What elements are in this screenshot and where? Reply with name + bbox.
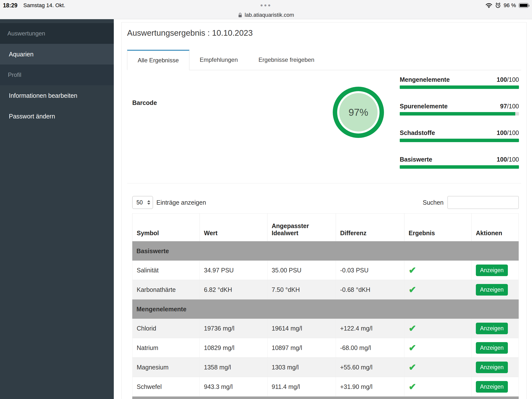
anzeigen-button[interactable]: Anzeigen bbox=[476, 284, 508, 296]
entries-label: Einträge anzeigen bbox=[156, 199, 206, 206]
sidebar-item-profil[interactable]: Profil bbox=[0, 65, 114, 85]
metric-max: /100 bbox=[507, 76, 519, 83]
metric-value: 100/100 bbox=[497, 129, 519, 136]
cell-aktionen: Anzeigen bbox=[471, 338, 519, 357]
col-header-wert: Wert bbox=[200, 214, 267, 241]
search-input[interactable] bbox=[448, 196, 519, 209]
score-disc: 97% bbox=[339, 93, 378, 132]
cell-wert: 34.97 PSU bbox=[200, 261, 267, 280]
cell-symbol: Karbonathärte bbox=[132, 280, 200, 299]
progress-bar bbox=[400, 139, 519, 142]
table-controls: 50 Einträge anzeigen Suchen bbox=[132, 196, 519, 209]
result-card: Auswertungsergebnis : 10.10.2023 Alle Er… bbox=[121, 22, 527, 399]
table-row-natrium: Natrium10829 mg/l10897 mg/l-68.00 mg/l✔A… bbox=[132, 338, 519, 358]
cell-angepasster-idealwert: 10897 mg/l bbox=[267, 338, 336, 357]
table-section-item bbox=[132, 397, 519, 399]
sidebar-item-auswertungen[interactable]: Auswertungen bbox=[0, 23, 114, 44]
metric-schadstoffe: Schadstoffe100/100 bbox=[400, 129, 519, 142]
cell-wert: 1358 mg/l bbox=[200, 358, 267, 377]
anzeigen-button[interactable]: Anzeigen bbox=[476, 381, 508, 393]
cell-symbol: Magnesium bbox=[132, 358, 200, 377]
metrics-list: Mengenelemente100/100Spurenelemente97/10… bbox=[400, 76, 519, 183]
metric-mengenelemente: Mengenelemente100/100 bbox=[400, 76, 519, 89]
cell-wert: 19736 mg/l bbox=[200, 319, 267, 338]
anzeigen-button[interactable]: Anzeigen bbox=[476, 362, 508, 373]
metric-value: 97/100 bbox=[500, 103, 519, 110]
metric-value-number: 100 bbox=[497, 129, 507, 136]
alarm-clock-icon bbox=[495, 2, 501, 8]
cell-angepasster-idealwert: 7.50 °dKH bbox=[267, 280, 336, 299]
table-row-karbonathärte: Karbonathärte6.82 °dKH7.50 °dKH-0.68 °dK… bbox=[132, 280, 519, 299]
score-percent: 97% bbox=[349, 107, 368, 118]
metric-value: 100/100 bbox=[497, 156, 519, 163]
progress-bar bbox=[400, 165, 519, 169]
anzeigen-button[interactable]: Anzeigen bbox=[476, 323, 508, 334]
progress-fill bbox=[400, 112, 515, 116]
sidebar-item-informationen-bearbeiten[interactable]: Informationen bearbeiten bbox=[0, 85, 114, 106]
tab-empfehlungen[interactable]: Empfehlungen bbox=[189, 50, 248, 70]
col-header-symbol: Symbol bbox=[132, 214, 200, 241]
cell-ergebnis: ✔ bbox=[404, 358, 471, 377]
cell-angepasster-idealwert: 911.4 mg/l bbox=[267, 377, 336, 396]
col-header-differenz: Differenz bbox=[336, 214, 404, 241]
sidebar-item-aquarien[interactable]: Aquarien bbox=[0, 44, 114, 65]
metric-label: Mengenelemente bbox=[400, 76, 450, 83]
url-text: lab.atiaquaristik.com bbox=[245, 12, 294, 18]
table-row-chlorid: Chlorid19736 mg/l19614 mg/l+122.4 mg/l✔A… bbox=[132, 319, 519, 338]
cell-angepasster-idealwert: 19614 mg/l bbox=[267, 319, 336, 338]
results-table: SymbolWertAngepasster IdealwertDifferenz… bbox=[132, 213, 519, 399]
check-icon: ✔ bbox=[409, 324, 416, 333]
score-ring-gap: 97% bbox=[337, 91, 380, 133]
cell-symbol: Natrium bbox=[132, 338, 200, 357]
score-ring: 97% bbox=[333, 87, 384, 138]
url-bar[interactable]: lab.atiaquaristik.com bbox=[0, 11, 532, 19]
tab-bar: Alle ErgebnisseEmpfehlungenErgebnisse fr… bbox=[127, 50, 521, 70]
check-icon: ✔ bbox=[409, 343, 416, 352]
progress-fill bbox=[400, 139, 519, 142]
sidebar-item-passwort-ändern[interactable]: Passwort ändern bbox=[0, 106, 114, 127]
metric-max: /100 bbox=[507, 103, 519, 110]
cell-aktionen: Anzeigen bbox=[471, 377, 519, 396]
battery-icon bbox=[519, 3, 529, 8]
metric-value: 100/100 bbox=[497, 76, 519, 83]
cell-aktionen: Anzeigen bbox=[471, 261, 519, 280]
cell-differenz: +55.60 mg/l bbox=[336, 358, 404, 377]
metric-value-number: 100 bbox=[497, 156, 507, 163]
table-body: BasiswerteSalinität34.97 PSU35.00 PSU-0.… bbox=[132, 241, 519, 399]
cell-symbol: Salinität bbox=[132, 261, 200, 280]
tab-ergebnisse-freigeben[interactable]: Ergebnisse freigeben bbox=[248, 50, 325, 70]
table-section-mengenelemente: Mengenelemente bbox=[132, 299, 519, 319]
anzeigen-button[interactable]: Anzeigen bbox=[476, 342, 508, 354]
metric-max: /100 bbox=[507, 156, 519, 163]
table-row-schwefel: Schwefel943.3 mg/l911.4 mg/l+31.90 mg/l✔… bbox=[132, 377, 519, 397]
col-header-angepasster-idealwert: Angepasster Idealwert bbox=[267, 214, 336, 241]
cell-ergebnis: ✔ bbox=[404, 280, 471, 299]
anzeigen-button[interactable]: Anzeigen bbox=[476, 265, 508, 276]
metric-max: /100 bbox=[507, 129, 519, 136]
progress-bar bbox=[400, 85, 519, 89]
col-header-aktionen: Aktionen bbox=[471, 214, 519, 241]
cell-ergebnis: ✔ bbox=[404, 338, 471, 357]
progress-fill bbox=[400, 85, 519, 89]
status-bar: 18:29 Samstag 14. Okt. ••• 96 % bbox=[0, 0, 532, 11]
table-row-magnesium: Magnesium1358 mg/l1303 mg/l+55.60 mg/l✔A… bbox=[132, 358, 519, 377]
cell-aktionen: Anzeigen bbox=[471, 319, 519, 338]
cell-wert: 10829 mg/l bbox=[200, 338, 267, 357]
page-size-value: 50 bbox=[136, 199, 147, 206]
status-time: 18:29 bbox=[3, 2, 17, 9]
metric-value-number: 97 bbox=[500, 103, 507, 110]
progress-fill bbox=[400, 165, 519, 169]
cell-wert: 943.3 mg/l bbox=[200, 377, 267, 396]
cell-aktionen: Anzeigen bbox=[471, 280, 519, 299]
metric-label: Basiswerte bbox=[400, 156, 432, 163]
check-icon: ✔ bbox=[409, 266, 416, 275]
more-dots-icon[interactable]: ••• bbox=[260, 1, 272, 10]
page-size-select[interactable]: 50 bbox=[132, 196, 153, 209]
table-header-row: SymbolWertAngepasster IdealwertDifferenz… bbox=[132, 213, 519, 241]
page-title: Auswertungsergebnis : 10.10.2023 bbox=[127, 28, 253, 38]
cell-differenz: +122.4 mg/l bbox=[336, 319, 404, 338]
cell-angepasster-idealwert: 35.00 PSU bbox=[267, 261, 336, 280]
table-section-basiswerte: Basiswerte bbox=[132, 241, 519, 261]
cell-aktionen: Anzeigen bbox=[471, 358, 519, 377]
tab-alle-ergebnisse[interactable]: Alle Ergebnisse bbox=[127, 50, 189, 70]
